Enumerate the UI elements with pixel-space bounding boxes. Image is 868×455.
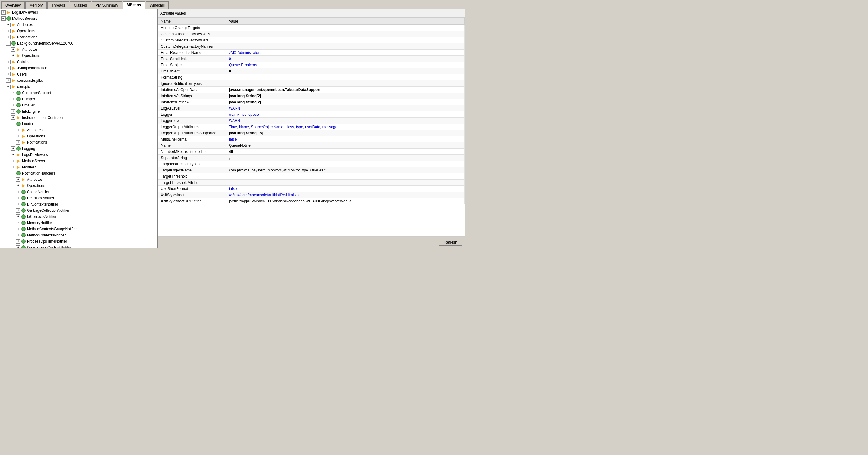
attr-value-cell[interactable]: 0: [226, 56, 465, 62]
tree-item[interactable]: MethodServers: [0, 16, 157, 22]
tree-item[interactable]: ▶Monitors: [0, 164, 157, 170]
tree-toggle-collapsed[interactable]: [11, 146, 16, 151]
attr-value-cell[interactable]: wt/jmx/core/mbeans/defaultNotifAsHtml.xs…: [226, 192, 465, 198]
tree-toggle-collapsed[interactable]: [11, 103, 16, 108]
attr-value-cell[interactable]: JMX-Administrators: [226, 50, 465, 56]
tree-item[interactable]: Loader: [0, 121, 157, 127]
tree-toggle-collapsed[interactable]: [6, 35, 10, 39]
tree-toggle-collapsed[interactable]: [16, 221, 21, 225]
tree-item[interactable]: ▶JMImplementation: [0, 65, 157, 71]
bean-icon: [17, 109, 21, 114]
table-row: TargetNotificationTypes: [158, 161, 465, 167]
tree-item[interactable]: ▶Operations: [0, 28, 157, 34]
tree-item[interactable]: BackgroundMethodServer.126700: [0, 40, 157, 47]
tree-toggle-collapsed[interactable]: [16, 214, 21, 219]
tree-toggle-collapsed[interactable]: [6, 72, 10, 77]
tree-item[interactable]: ▶Attributes: [0, 176, 157, 183]
tree-toggle-collapsed[interactable]: [16, 184, 21, 188]
attr-value-cell[interactable]: wt.jmx.notif.queue: [226, 112, 465, 118]
tree-toggle-collapsed[interactable]: [11, 54, 16, 58]
tree-item[interactable]: MethodContextsNotifier: [0, 232, 157, 238]
tree-toggle-collapsed[interactable]: [6, 23, 10, 27]
tree-toggle-collapsed[interactable]: [11, 48, 16, 52]
tree-item[interactable]: ▶Attributes: [0, 127, 157, 133]
tree-item[interactable]: MemoryNotifier: [0, 220, 157, 226]
tree-toggle-collapsed[interactable]: [6, 29, 10, 33]
attr-table-container[interactable]: Name Value AttributeChangeTargetsCustomD…: [158, 18, 465, 237]
tree-toggle-collapsed[interactable]: [16, 196, 21, 200]
tree-item[interactable]: MethodContextsGaugeNotifier: [0, 226, 157, 232]
tree-item[interactable]: ▶Operations: [0, 133, 157, 139]
tree-item[interactable]: ▶LogsDirViewers: [0, 152, 157, 158]
tree-toggle-expanded[interactable]: [11, 171, 16, 176]
tree-toggle-collapsed[interactable]: [16, 239, 21, 244]
tree-toggle-collapsed[interactable]: [16, 208, 21, 213]
refresh-button[interactable]: Refresh: [439, 239, 462, 246]
tree-item[interactable]: DirContextsNotifier: [0, 201, 157, 207]
tree-item[interactable]: ▶Operations: [0, 53, 157, 59]
tree-item[interactable]: GarbageCollectionNotifier: [0, 207, 157, 214]
tree-toggle-collapsed[interactable]: [1, 10, 6, 14]
attr-value-cell[interactable]: WARN: [226, 105, 465, 112]
tree-toggle-collapsed[interactable]: [11, 91, 16, 95]
tab-windchill[interactable]: Windchill: [146, 1, 168, 9]
tree-toggle-expanded[interactable]: [6, 41, 10, 46]
tree-toggle-collapsed[interactable]: [6, 60, 10, 64]
tree-item[interactable]: IeContextsNotifier: [0, 214, 157, 220]
tree-toggle-collapsed[interactable]: [6, 66, 10, 70]
tree-toggle-collapsed[interactable]: [16, 177, 21, 182]
tree-toggle-collapsed[interactable]: [16, 134, 21, 139]
tree-item[interactable]: ▶Notifications: [0, 139, 157, 146]
tree-item[interactable]: Dumper: [0, 96, 157, 102]
tree-item[interactable]: DeadlockNotifier: [0, 195, 157, 201]
tree-item[interactable]: NotificationHandlers: [0, 170, 157, 176]
tab-overview[interactable]: Overview: [1, 1, 25, 9]
tree-toggle-collapsed[interactable]: [16, 245, 21, 248]
tree-item[interactable]: ▶MethodServer: [0, 158, 157, 164]
tree-item[interactable]: CacheNotifier: [0, 189, 157, 195]
tree-toggle-collapsed[interactable]: [11, 116, 16, 120]
tree-item[interactable]: ▶com.oracle.jdbc: [0, 78, 157, 84]
tree-item[interactable]: CustomerSupport: [0, 90, 157, 96]
tree-item[interactable]: Emailer: [0, 102, 157, 108]
tree-item[interactable]: ▶Attributes: [0, 22, 157, 28]
tree-scroll-area[interactable]: ▶LogsDirViewersMethodServers▶Attributes▶…: [0, 9, 157, 248]
tree-item[interactable]: ▶Attributes: [0, 47, 157, 53]
tree-toggle-collapsed[interactable]: [16, 140, 21, 145]
tree-toggle-collapsed[interactable]: [16, 202, 21, 207]
tree-item[interactable]: InfoEngine: [0, 108, 157, 115]
tree-toggle-collapsed[interactable]: [11, 159, 16, 163]
tree-toggle-collapsed[interactable]: [11, 97, 16, 101]
tab-classes[interactable]: Classes: [70, 1, 91, 9]
tree-toggle-collapsed[interactable]: [11, 109, 16, 114]
tree-item[interactable]: ▶com.ptc: [0, 84, 157, 90]
tree-item[interactable]: ▶InstrumentationController: [0, 115, 157, 121]
tab-threads[interactable]: Threads: [47, 1, 69, 9]
tree-item[interactable]: ProcessCpuTimeNotifier: [0, 238, 157, 245]
tree-toggle-collapsed[interactable]: [11, 153, 16, 157]
tree-toggle-expanded[interactable]: [1, 17, 6, 21]
tab-mbeans[interactable]: MBeans: [123, 1, 145, 9]
tree-toggle-collapsed[interactable]: [16, 233, 21, 237]
tree-item[interactable]: ▶Notifications: [0, 34, 157, 40]
tree-toggle-collapsed[interactable]: [11, 165, 16, 169]
attr-value-cell[interactable]: false: [226, 186, 465, 192]
tab-vm-summary[interactable]: VM Summary: [92, 1, 122, 9]
tab-memory[interactable]: Memory: [25, 1, 47, 9]
tree-item[interactable]: Logging: [0, 146, 157, 152]
tree-toggle-collapsed[interactable]: [16, 128, 21, 132]
tree-toggle-collapsed[interactable]: [6, 78, 10, 83]
tree-item[interactable]: ▶Users: [0, 71, 157, 78]
tree-toggle-collapsed[interactable]: [16, 227, 21, 231]
tree-toggle-expanded[interactable]: [11, 122, 16, 126]
attr-value-cell[interactable]: Queue Problems: [226, 62, 465, 68]
attr-value-cell[interactable]: WARN: [226, 118, 465, 124]
tree-item[interactable]: ▶Catalina: [0, 59, 157, 65]
tree-item[interactable]: ▶LogsDirViewers: [0, 9, 157, 16]
tree-item[interactable]: ▶Operations: [0, 183, 157, 189]
tree-item[interactable]: QuarantinedContentNotifier: [0, 245, 157, 248]
attr-value-cell[interactable]: Time, Name, SourceObjectName, class, typ…: [226, 124, 465, 130]
attr-value-cell[interactable]: false: [226, 136, 465, 142]
tree-toggle-collapsed[interactable]: [16, 190, 21, 194]
tree-toggle-expanded[interactable]: [6, 85, 10, 89]
